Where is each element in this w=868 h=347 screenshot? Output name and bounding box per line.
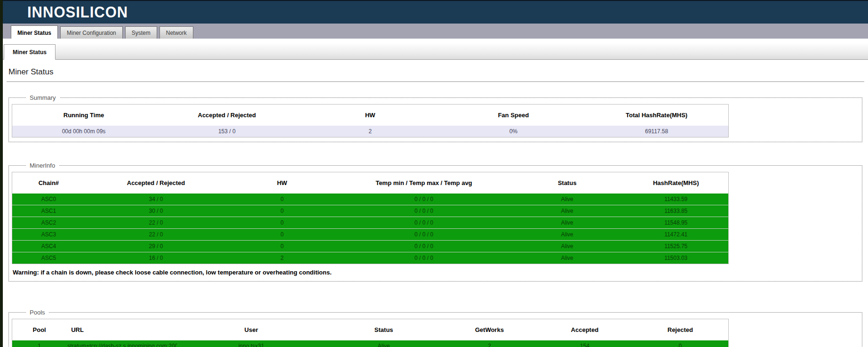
cell-chain: ASC0 — [12, 194, 85, 205]
column-header-accepted-rejected: Accepted / Rejected — [85, 172, 227, 194]
tab-miner-configuration[interactable]: Miner Configuration — [60, 26, 123, 39]
cell-pool: 1 — [12, 340, 67, 347]
cell-hashrate-mhs: 11503.03 — [624, 252, 728, 264]
column-header-hw: HW — [227, 172, 337, 194]
column-header-rejected: Rejected — [632, 319, 728, 341]
main-tab-bar: Miner StatusMiner ConfigurationSystemNet… — [3, 24, 868, 39]
column-header-status: Status — [510, 172, 624, 194]
cell-accepted: 154 — [537, 340, 633, 347]
column-header-total-hashrate-mhs: Total HashRate(MHS) — [585, 105, 729, 126]
cell-temp-min-temp-max-temp-avg: 0 / 0 / 0 — [337, 205, 510, 217]
summary-legend: Summary — [26, 94, 60, 101]
cell-accepted-rejected: 29 / 0 — [85, 241, 227, 252]
column-header-getworks: GetWorks — [442, 319, 537, 341]
title-divider — [7, 81, 864, 82]
cell-running-time: 00d 00h 00m 09s — [12, 126, 156, 137]
cell-temp-min-temp-max-temp-avg: 0 / 0 / 0 — [337, 217, 510, 229]
miner-info-section: MinerInfo Chain#Accepted / RejectedHWTem… — [8, 162, 862, 282]
header-row: PoolURLUserStatusGetWorksAcceptedRejecte… — [12, 319, 729, 341]
cell-hw: 0 — [227, 205, 337, 217]
cell-hashrate-mhs: 11472.41 — [624, 229, 728, 241]
cell-hw: 0 — [227, 229, 337, 241]
row-asc3: ASC322 / 000 / 0 / 0Alive11472.41 — [12, 229, 729, 241]
cell-hashrate-mhs: 11525.75 — [624, 241, 728, 252]
miner-info-table: Chain#Accepted / RejectedHWTemp min / Te… — [12, 172, 729, 264]
column-header-pool: Pool — [12, 319, 67, 341]
cell-url: stratum+tcp://dash-sz.s.innomining.com:2… — [66, 340, 176, 347]
column-header-fan-speed: Fan Speed — [442, 105, 585, 126]
cell-temp-min-temp-max-temp-avg: 0 / 0 / 0 — [337, 194, 510, 205]
innosilicon-logo: INNOSILICON — [27, 3, 128, 22]
summary-table: Running TimeAccepted / RejectedHWFan Spe… — [12, 104, 729, 137]
column-header-hashrate-mhs: HashRate(MHS) — [624, 172, 728, 194]
cell-hashrate-mhs: 11633.85 — [624, 205, 728, 217]
row-asc5: ASC516 / 020 / 0 / 0Alive11503.03 — [12, 252, 729, 264]
cell-temp-min-temp-max-temp-avg: 0 / 0 / 0 — [337, 229, 510, 241]
row-00d 00h 00m 09s: 00d 00h 00m 09s153 / 020%69117.58 — [12, 126, 729, 137]
cell-chain: ASC5 — [12, 252, 85, 264]
cell-chain: ASC2 — [12, 217, 85, 229]
cell-total-hashrate-mhs: 69117.58 — [585, 126, 729, 137]
brand-header: INNOSILICON — [3, 0, 868, 24]
header-row: Chain#Accepted / RejectedHWTemp min / Te… — [12, 172, 729, 194]
main-tabs-container: Miner StatusMiner ConfigurationSystemNet… — [11, 25, 196, 39]
cell-status: Alive — [510, 241, 624, 252]
cell-hw: 0 — [227, 241, 337, 252]
column-header-running-time: Running Time — [12, 105, 156, 126]
miner-info-legend: MinerInfo — [26, 162, 59, 169]
row-1: 1stratum+tcp://dash-sz.s.innomining.com:… — [12, 340, 729, 347]
page-title: Miner Status — [8, 67, 864, 77]
column-header-status: Status — [326, 319, 442, 341]
cell-status: Alive — [510, 205, 624, 217]
column-header-accepted-rejected: Accepted / Rejected — [155, 105, 299, 126]
cell-accepted-rejected: 22 / 0 — [85, 229, 227, 241]
cell-status: Alive — [510, 229, 624, 241]
column-header-chain: Chain# — [12, 172, 85, 194]
page-content: Miner Status Summary Running TimeAccepte… — [3, 67, 868, 347]
cell-chain: ASC4 — [12, 241, 85, 252]
tab-miner-status[interactable]: Miner Status — [11, 25, 58, 39]
cell-fan-speed: 0% — [442, 126, 585, 137]
row-asc0: ASC034 / 000 / 0 / 0Alive11433.59 — [12, 194, 729, 205]
header-row: Running TimeAccepted / RejectedHWFan Spe… — [12, 105, 729, 126]
cell-accepted-rejected: 30 / 0 — [85, 205, 227, 217]
sub-tab-bar: Miner Status — [3, 39, 868, 60]
row-asc1: ASC130 / 000 / 0 / 0Alive11633.85 — [12, 205, 729, 217]
row-asc4: ASC429 / 000 / 0 / 0Alive11525.75 — [12, 241, 729, 252]
column-header-accepted: Accepted — [537, 319, 633, 341]
tab-system[interactable]: System — [125, 26, 157, 39]
cell-status: Alive — [326, 340, 442, 347]
column-header-temp-min-temp-max-temp-avg: Temp min / Temp max / Temp avg — [337, 172, 510, 194]
column-header-url: URL — [66, 319, 176, 341]
row-asc2: ASC222 / 000 / 0 / 0Alive11548.95 — [12, 217, 729, 229]
cell-hashrate-mhs: 11548.95 — [624, 217, 728, 229]
cell-hw: 2 — [227, 252, 337, 264]
cell-status: Alive — [510, 194, 624, 205]
cell-hw: 2 — [299, 126, 442, 137]
column-header-hw: HW — [299, 105, 442, 126]
miner-dashboard: INNOSILICON Miner StatusMiner Configurat… — [3, 0, 868, 347]
pools-table: PoolURLUserStatusGetWorksAcceptedRejecte… — [12, 319, 729, 347]
cell-hw: 0 — [227, 217, 337, 229]
cell-rejected: 0 — [632, 340, 728, 347]
subtab-miner-status[interactable]: Miner Status — [4, 44, 56, 60]
cell-chain: ASC3 — [12, 229, 85, 241]
cell-chain: ASC1 — [12, 205, 85, 217]
cell-hashrate-mhs: 11433.59 — [624, 194, 728, 205]
cell-temp-min-temp-max-temp-avg: 0 / 0 / 0 — [337, 252, 510, 264]
cell-getworks: 2 — [442, 340, 537, 347]
cell-accepted-rejected: 22 / 0 — [85, 217, 227, 229]
pools-legend: Pools — [26, 309, 49, 316]
cell-accepted-rejected: 34 / 0 — [85, 194, 227, 205]
window-edge-strip — [0, 0, 3, 347]
cell-status: Alive — [510, 217, 624, 229]
pools-section: Pools PoolURLUserStatusGetWorksAcceptedR… — [8, 309, 862, 347]
cell-status: Alive — [510, 252, 624, 264]
column-header-user: User — [177, 319, 326, 341]
cell-accepted-rejected: 153 / 0 — [155, 126, 299, 137]
chain-warning-text: Warning: if a chain is down, please chec… — [13, 269, 859, 276]
summary-section: Summary Running TimeAccepted / RejectedH… — [8, 94, 862, 142]
cell-temp-min-temp-max-temp-avg: 0 / 0 / 0 — [337, 241, 510, 252]
cell-user: inno.tsx31 — [177, 340, 326, 347]
tab-network[interactable]: Network — [159, 26, 193, 39]
